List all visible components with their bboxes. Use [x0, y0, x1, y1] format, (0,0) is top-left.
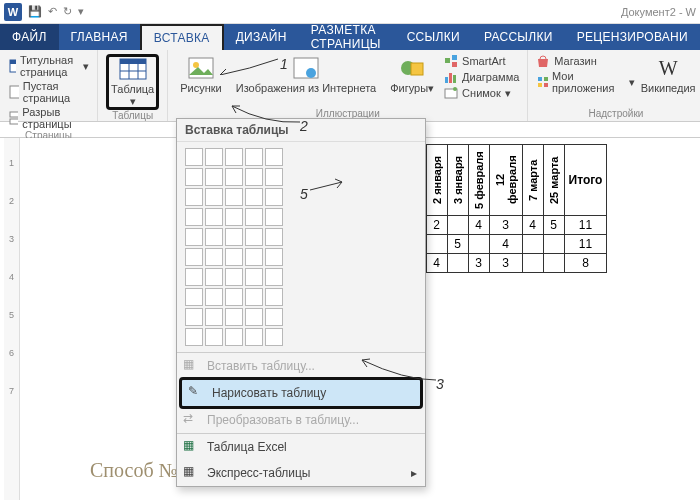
svg-rect-17 — [452, 55, 457, 60]
svg-rect-21 — [453, 75, 456, 83]
svg-rect-1 — [10, 60, 16, 64]
wikipedia-icon: W — [654, 56, 682, 80]
svg-rect-25 — [544, 77, 548, 81]
screenshot-button[interactable]: Снимок▾ — [444, 86, 519, 100]
insert-table-icon: ▦ — [183, 357, 199, 373]
tab-layout[interactable]: РАЗМЕТКА СТРАНИЦЫ — [299, 24, 395, 50]
group-addins: Магазин Мои приложения▾ WВикипедия Надст… — [528, 50, 700, 121]
chevron-right-icon: ▸ — [411, 466, 417, 480]
convert-icon: ⇄ — [183, 411, 199, 427]
annotation-3: 3 — [436, 376, 444, 392]
chevron-down-icon: ▾ — [629, 76, 635, 89]
col-date: 2 января — [426, 145, 447, 216]
chevron-down-icon: ▾ — [428, 82, 434, 94]
my-addins-button[interactable]: Мои приложения▾ — [536, 70, 634, 94]
tab-references[interactable]: ССЫЛКИ — [395, 24, 472, 50]
svg-point-23 — [453, 87, 457, 91]
menu-excel-table[interactable]: ▦Таблица Excel — [177, 434, 425, 460]
wikipedia-button[interactable]: WВикипедия — [641, 54, 696, 108]
group-tables: Таблица▾ Таблицы — [98, 50, 168, 121]
table-size-grid[interactable] — [177, 142, 425, 352]
shapes-button[interactable]: Фигуры▾ — [386, 54, 438, 108]
quick-access-toolbar: W 💾 ↶ ↻ ▾ — [4, 3, 84, 21]
redo-icon[interactable]: ↻ — [63, 5, 72, 18]
tab-home[interactable]: ГЛАВНАЯ — [59, 24, 140, 50]
blank-page-button[interactable]: Пустая страница — [8, 80, 89, 104]
menu-quick-tables[interactable]: ▦Экспресс-таблицы ▸ — [177, 460, 425, 486]
title-bar: W 💾 ↶ ↻ ▾ Документ2 - W — [0, 0, 700, 24]
tab-file[interactable]: ФАЙЛ — [0, 24, 59, 50]
col-date: 7 марта — [522, 145, 543, 216]
chevron-down-icon: ▾ — [130, 95, 136, 107]
vertical-ruler: 1234567 — [4, 138, 20, 500]
word-app-icon: W — [4, 3, 22, 21]
svg-rect-15 — [411, 63, 423, 75]
table-button[interactable]: Таблица▾ — [106, 54, 159, 110]
svg-rect-3 — [10, 112, 18, 117]
svg-rect-4 — [10, 119, 18, 124]
svg-rect-20 — [449, 73, 452, 83]
svg-point-11 — [193, 62, 199, 68]
chevron-down-icon: ▾ — [83, 60, 89, 73]
smartart-button[interactable]: SmartArt — [444, 54, 519, 68]
save-icon[interactable]: 💾 — [28, 5, 42, 18]
menu-convert-text[interactable]: ⇄Преобразовать в таблицу... — [177, 407, 425, 433]
table-dropdown-menu: Вставка таблицы ▦Вставить таблицу... ✎На… — [176, 118, 426, 487]
chevron-down-icon: ▾ — [505, 87, 511, 100]
col-total: Итого — [564, 145, 607, 216]
document-title: Документ2 - W — [621, 6, 696, 18]
svg-rect-2 — [10, 86, 19, 98]
annotation-1: 1 — [280, 56, 288, 72]
group-label-tables: Таблицы — [106, 110, 159, 121]
tab-mailings[interactable]: РАССЫЛКИ — [472, 24, 565, 50]
pencil-icon: ✎ — [188, 384, 204, 400]
group-pages: Титульная страница▾ Пустая страница Разр… — [0, 50, 98, 121]
store-button[interactable]: Магазин — [536, 54, 634, 68]
svg-rect-19 — [445, 77, 448, 83]
page-break-button[interactable]: Разрыв страницы — [8, 106, 89, 130]
svg-rect-18 — [452, 62, 457, 67]
col-date: 3 января — [447, 145, 468, 216]
undo-icon[interactable]: ↶ — [48, 5, 57, 18]
ribbon-tabs: ФАЙЛ ГЛАВНАЯ ВСТАВКА ДИЗАЙН РАЗМЕТКА СТР… — [0, 24, 700, 50]
annotation-2: 2 — [300, 118, 308, 134]
col-date: 12 февраля — [489, 145, 522, 216]
chart-button[interactable]: Диаграмма — [444, 70, 519, 84]
qat-drop-icon[interactable]: ▾ — [78, 5, 84, 18]
svg-rect-6 — [120, 59, 146, 64]
svg-point-13 — [306, 68, 316, 78]
svg-rect-24 — [538, 77, 542, 81]
shapes-icon — [398, 56, 426, 80]
col-date: 25 марта — [543, 145, 564, 216]
online-pictures-icon — [292, 56, 320, 80]
table-icon — [119, 57, 147, 81]
quick-tables-icon: ▦ — [183, 464, 199, 480]
tab-review[interactable]: РЕЦЕНЗИРОВАНИ — [565, 24, 700, 50]
svg-rect-16 — [445, 58, 450, 63]
group-label-addins: Надстройки — [536, 108, 695, 119]
svg-rect-27 — [544, 83, 548, 87]
cover-page-button[interactable]: Титульная страница▾ — [8, 54, 89, 78]
col-date: 5 февраля — [468, 145, 489, 216]
excel-icon: ▦ — [183, 438, 199, 454]
svg-rect-26 — [538, 83, 542, 87]
ribbon: Титульная страница▾ Пустая страница Разр… — [0, 50, 700, 122]
annotation-5: 5 — [300, 186, 308, 202]
